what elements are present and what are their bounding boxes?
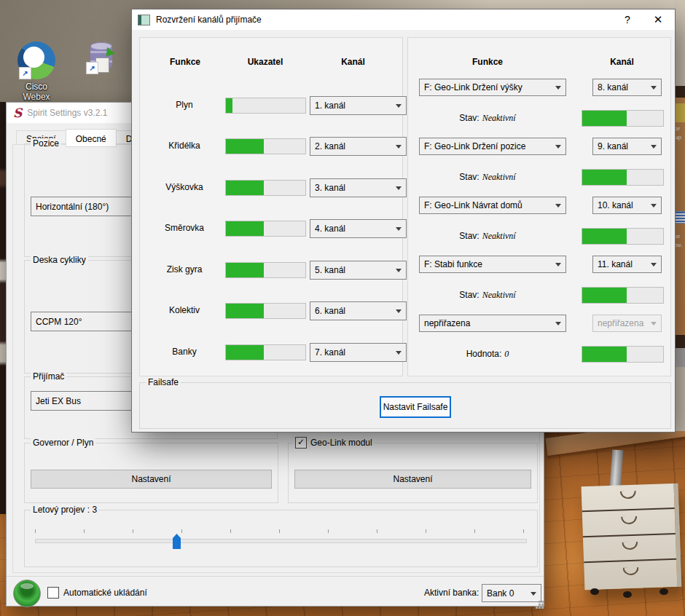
channel-row-zisk-gyra: Zisk gyra 5. kanál [140, 261, 402, 278]
desktop-icon-label: Cisco Webex [11, 82, 62, 102]
nastavit-failsafe-button[interactable]: Nastavit Failsafe [380, 396, 451, 418]
chevron-down-icon [396, 269, 402, 275]
channel-row-kridelka: Křidélka 2. kanál [140, 137, 402, 154]
column-header-funkce: Funkce [419, 57, 556, 67]
drawer-handle [619, 491, 635, 499]
function-dropdown[interactable]: F: Geo-Link Držení výšky [419, 79, 566, 96]
geolink-nastaveni-button[interactable]: Nastavení [294, 470, 531, 489]
channel-dropdown[interactable]: 8. kanál [592, 79, 662, 96]
function-status-row: Stav:Neaktivní [408, 228, 670, 245]
signal-bar [225, 138, 306, 154]
chevron-down-icon [555, 322, 561, 328]
drawer-caster [590, 588, 599, 595]
drawer-caster [659, 588, 668, 595]
function-label: Křidélka [144, 141, 225, 151]
chevron-down-icon [651, 86, 657, 92]
signal-bar [582, 169, 664, 186]
channel-dropdown[interactable]: 3. kanál [310, 178, 407, 197]
signal-bar [582, 110, 664, 127]
channel-dropdown[interactable]: 2. kanál [310, 137, 407, 156]
chevron-down-icon [396, 351, 402, 358]
help-button[interactable]: ? [612, 9, 643, 30]
autosave-checkbox[interactable] [47, 587, 59, 599]
edge-label-fragment: ov. [675, 242, 682, 248]
function-assign-row: F: Stabi funkce 11. kanál [408, 256, 670, 272]
function-dropdown[interactable]: F: Geo-Link Návrat domů [419, 197, 566, 214]
channel-dropdown[interactable]: 9. kanál [592, 138, 662, 155]
channel-dropdown[interactable]: 4. kanál [310, 219, 407, 238]
desktop-icon-database-tool[interactable]: ↗ [80, 44, 127, 70]
signal-bar [225, 98, 306, 114]
channel-dropdown-disabled: nepřiřazena [592, 315, 662, 332]
group-failsafe: Failsafe Nastavit Failsafe [139, 382, 671, 429]
resize-grip[interactable] [539, 601, 541, 603]
shortcut-arrow-icon: ↗ [86, 62, 98, 74]
channel-dropdown[interactable]: 10. kanál [592, 197, 662, 214]
function-label: Výškovka [144, 182, 225, 192]
dialog-icon [138, 15, 150, 25]
webex-logo-icon: ↗ [17, 42, 55, 79]
signal-bar [225, 303, 306, 319]
chevron-down-icon [396, 145, 402, 151]
function-assign-row: F: Geo-Link Návrat domů 10. kanál [408, 197, 670, 213]
slider-track[interactable] [35, 539, 527, 543]
edge-label-fragment: up [675, 134, 681, 141]
drawer-handle [621, 516, 637, 525]
autosave-label: Automatické ukládání [63, 588, 147, 598]
channel-row-banky: Banky 7. kanál [140, 343, 402, 360]
function-status-row: Stav:Neaktivní [408, 169, 670, 186]
group-label: Failsafe [146, 377, 181, 387]
drawer-handle [622, 567, 638, 576]
status-text: Hodnota:0 [419, 349, 556, 360]
slider-ticks [35, 529, 527, 533]
function-label: Banky [144, 347, 225, 357]
group-label: Deska cykliky [31, 255, 88, 265]
function-status-row: Hodnota:0 [408, 346, 670, 363]
function-dropdown[interactable]: F: Geo-Link Držení pozice [419, 138, 566, 155]
channel-dropdown[interactable]: 7. kanál [310, 343, 407, 362]
function-dropdown[interactable]: F: Stabi funkce [419, 256, 566, 273]
signal-bar [225, 221, 306, 237]
close-button[interactable]: ✕ [643, 9, 673, 30]
channel-dropdown[interactable]: 6. kanál [310, 301, 407, 320]
function-status-row: Stav:Neaktivní [408, 287, 670, 304]
status-text: Stav:Neaktivní [419, 172, 556, 183]
prijimac-value: Jeti EX Bus [36, 396, 81, 406]
channel-dropdown[interactable]: 1. kanál [310, 96, 407, 115]
slider-thumb[interactable] [173, 534, 181, 549]
active-bank-value: Bank 0 [487, 588, 514, 599]
tab-obecne[interactable]: Obecné [66, 129, 117, 147]
database-icon: ↗ [90, 44, 112, 70]
chevron-down-icon [651, 204, 657, 210]
status-text: Stav:Neaktivní [419, 231, 556, 242]
channel-row-smerovka: Směrovka 4. kanál [140, 219, 402, 237]
group-letovy-projev: Letový projev : 3 [24, 510, 538, 567]
status-text: Stav:Neaktivní [419, 290, 556, 301]
dialog-titlebar[interactable]: Rozvržení kanálů přijímače [132, 9, 675, 30]
stick-channels-panel: Funkce Ukazatel Kanál Plyn 1. kanál Křid… [139, 37, 403, 376]
letovy-projev-slider[interactable] [35, 525, 527, 554]
signal-bar [225, 344, 306, 360]
edge-label-fragment: or [675, 125, 680, 132]
chevron-down-icon [651, 263, 657, 269]
function-dropdown[interactable]: nepřiřazena [419, 315, 566, 332]
chevron-down-icon [555, 263, 561, 269]
channel-dropdown[interactable]: 5. kanál [310, 261, 407, 280]
chevron-down-icon [555, 204, 561, 210]
signal-bar [582, 228, 664, 245]
channel-row-plyn: Plyn 1. kanál [140, 96, 402, 114]
chevron-down-icon [396, 104, 402, 111]
group-governor-plyn: Governor / Plyn Nastavení [24, 443, 278, 503]
desktop-icon-cisco-webex[interactable]: ↗ Cisco Webex [11, 42, 62, 102]
chevron-down-icon [651, 322, 657, 328]
active-bank-dropdown[interactable]: Bank 0 [482, 584, 541, 602]
dialog-title: Rozvržení kanálů přijímače [156, 15, 262, 25]
governor-nastaveni-button[interactable]: Nastavení [31, 470, 272, 489]
signal-bar [582, 287, 664, 304]
app-window-title: Spirit Settings v3.2.1 [27, 108, 107, 118]
geolink-label: Geo-Link modul [310, 438, 372, 448]
active-bank-label: Aktivní banka: [424, 588, 479, 598]
channel-dropdown[interactable]: 11. kanál [592, 256, 662, 273]
group-geolink-modul: ✓ Geo-Link modul Nastavení [288, 443, 538, 503]
geolink-checkbox[interactable]: ✓ [295, 437, 307, 449]
